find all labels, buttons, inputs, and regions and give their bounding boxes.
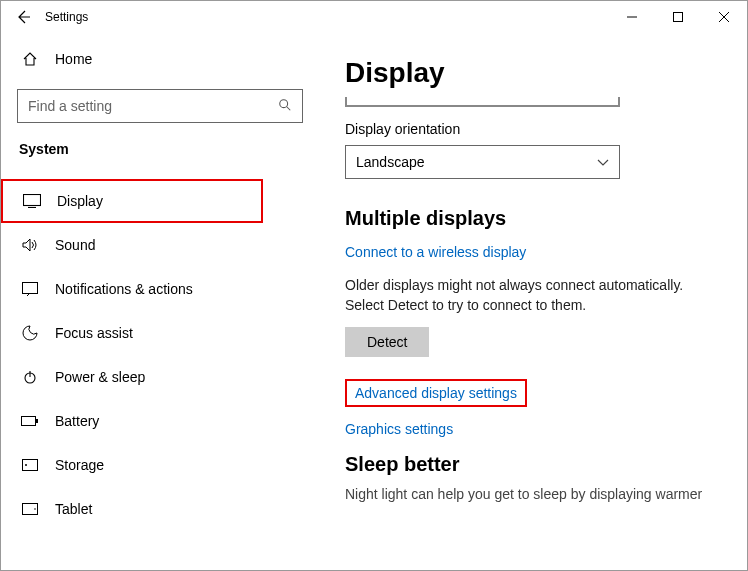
focus-assist-icon: [21, 325, 39, 341]
close-button[interactable]: [701, 1, 747, 33]
sidebar-item-notifications[interactable]: Notifications & actions: [1, 267, 319, 311]
maximize-button[interactable]: [655, 1, 701, 33]
sleep-better-header: Sleep better: [345, 453, 723, 476]
sidebar-item-power-sleep[interactable]: Power & sleep: [1, 355, 319, 399]
svg-rect-7: [23, 460, 38, 471]
back-button[interactable]: [13, 7, 33, 27]
storage-icon: [21, 459, 39, 471]
sidebar-item-label: Power & sleep: [55, 369, 145, 385]
svg-point-8: [25, 464, 27, 466]
sidebar-item-label: Storage: [55, 457, 104, 473]
search-icon: [278, 98, 292, 115]
sidebar-item-focus-assist[interactable]: Focus assist: [1, 311, 319, 355]
svg-rect-5: [22, 417, 36, 426]
sound-icon: [21, 238, 39, 252]
battery-icon: [21, 416, 39, 426]
sidebar-item-tablet[interactable]: Tablet: [1, 487, 319, 531]
page-title: Display: [345, 57, 723, 89]
sidebar-item-label: Tablet: [55, 501, 92, 517]
svg-rect-2: [24, 195, 41, 206]
sleep-better-text: Night light can help you get to sleep by…: [345, 486, 723, 502]
orientation-dropdown[interactable]: Landscape: [345, 145, 620, 179]
svg-point-10: [34, 508, 36, 510]
sidebar-item-label: Battery: [55, 413, 99, 429]
detect-button[interactable]: Detect: [345, 327, 429, 357]
advanced-display-settings-link[interactable]: Advanced display settings: [355, 385, 517, 401]
svg-point-1: [280, 99, 288, 107]
chevron-down-icon: [597, 154, 609, 170]
tablet-icon: [21, 503, 39, 515]
graphics-settings-link[interactable]: Graphics settings: [345, 421, 453, 437]
category-label: System: [1, 141, 319, 157]
power-icon: [21, 370, 39, 384]
sidebar-item-label: Notifications & actions: [55, 281, 193, 297]
home-nav[interactable]: Home: [1, 45, 319, 73]
svg-rect-6: [36, 419, 38, 423]
detect-description: Older displays might not always connect …: [345, 276, 723, 315]
sidebar-item-battery[interactable]: Battery: [1, 399, 319, 443]
home-icon: [21, 51, 39, 67]
orientation-value: Landscape: [356, 154, 425, 170]
sidebar-item-label: Sound: [55, 237, 95, 253]
svg-rect-3: [23, 283, 38, 294]
brightness-slider-track[interactable]: [345, 97, 620, 107]
svg-rect-0: [674, 13, 683, 22]
sidebar-item-label: Display: [57, 193, 103, 209]
display-icon: [23, 194, 41, 208]
minimize-button[interactable]: [609, 1, 655, 33]
search-input[interactable]: [28, 98, 278, 114]
window-title: Settings: [45, 10, 88, 24]
orientation-label: Display orientation: [345, 121, 723, 137]
wireless-display-link[interactable]: Connect to a wireless display: [345, 244, 526, 260]
sidebar-item-sound[interactable]: Sound: [1, 223, 319, 267]
sidebar-item-storage[interactable]: Storage: [1, 443, 319, 487]
home-label: Home: [55, 51, 92, 67]
sidebar-item-label: Focus assist: [55, 325, 133, 341]
notifications-icon: [21, 282, 39, 296]
multiple-displays-header: Multiple displays: [345, 207, 723, 230]
search-input-container[interactable]: [17, 89, 303, 123]
sidebar-item-display[interactable]: Display: [1, 179, 263, 223]
